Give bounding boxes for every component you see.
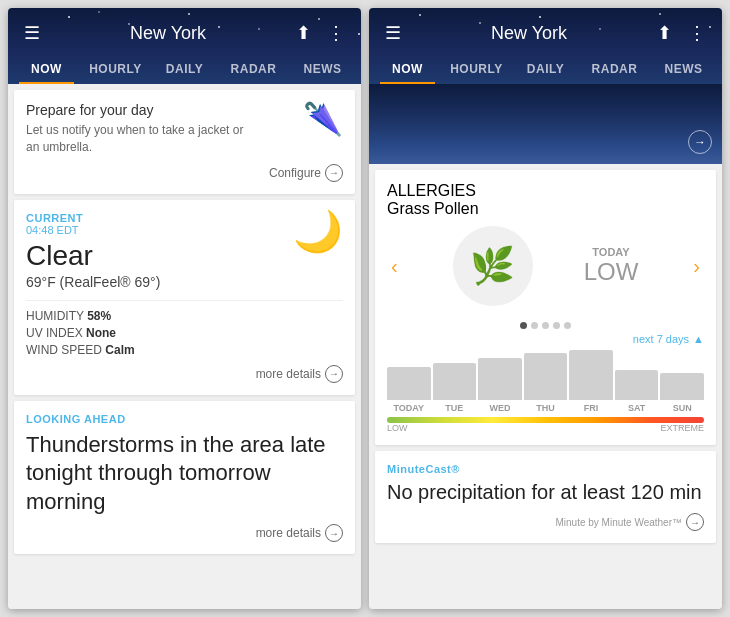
tab-daily-left[interactable]: DAILY — [150, 54, 219, 84]
chart-day-label: TODAY — [394, 403, 425, 413]
current-more-details[interactable]: more details → — [26, 365, 343, 383]
share-icon[interactable]: ⬆ — [292, 18, 315, 48]
chart-day-label: SUN — [673, 403, 692, 413]
chart-bar-item: FRI — [569, 350, 613, 413]
wind-row: WIND SPEED Calm — [26, 343, 343, 357]
right-header-top: ☰ New York ⬆ ⋮ — [369, 8, 722, 54]
right-banner: → — [369, 84, 722, 164]
left-header-top: ☰ New York ⬆ ⋮ — [8, 8, 361, 54]
severity-labels: LOW EXTREME — [387, 423, 704, 433]
looking-more-label: more details — [256, 526, 321, 540]
chart-bar — [433, 363, 477, 400]
minutecast-label: MinuteCast® — [387, 463, 704, 475]
looking-more-details[interactable]: more details → — [26, 524, 343, 542]
minutecast-card: MinuteCast® No precipitation for at leas… — [375, 451, 716, 543]
looking-label: LOOKING AHEAD — [26, 413, 343, 425]
looking-text: Thunderstorms in the area late tonight t… — [26, 431, 343, 517]
minutecast-footer-text: Minute by Minute Weather™ — [555, 517, 682, 528]
right-header: ☰ New York ⬆ ⋮ NOW HOURLY DAILY RADAR NE… — [369, 8, 722, 84]
dot-2 — [531, 322, 538, 329]
current-time: 04:48 EDT — [26, 224, 160, 236]
tab-radar-right[interactable]: RADAR — [580, 54, 649, 84]
tab-now-right[interactable]: NOW — [373, 54, 442, 84]
next7-toggle[interactable]: next 7 days ▲ — [387, 333, 704, 345]
prepare-card: Prepare for your day Let us notify you w… — [14, 90, 355, 194]
tab-now-left[interactable]: NOW — [12, 54, 81, 84]
tab-daily-right[interactable]: DAILY — [511, 54, 580, 84]
right-menu-icon[interactable]: ☰ — [381, 18, 405, 48]
looking-ahead-card: LOOKING AHEAD Thunderstorms in the area … — [14, 401, 355, 555]
allergy-next-icon[interactable]: › — [689, 251, 704, 282]
chart-bar-item: WED — [478, 358, 522, 413]
uv-label: UV INDEX — [26, 326, 83, 340]
allergy-today-section: TODAY LOW — [584, 246, 639, 286]
dot-4 — [553, 322, 560, 329]
minutecast-footer[interactable]: Minute by Minute Weather™ → — [387, 513, 704, 531]
allergy-title: Grass Pollen — [387, 200, 704, 218]
current-label: CURRENT — [26, 212, 160, 224]
next7-label: next 7 days — [633, 333, 689, 345]
more-icon[interactable]: ⋮ — [323, 18, 349, 48]
dot-3 — [542, 322, 549, 329]
allergy-chart: TODAYTUEWEDTHUFRISATSUN LOW EXTREME — [387, 353, 704, 433]
severity-extreme-label: EXTREME — [660, 423, 704, 433]
chart-bar-item: SAT — [615, 370, 659, 413]
humidity-row: HUMIDITY 58% — [26, 309, 343, 323]
right-content: ALLERGIES Grass Pollen ‹ 🌿 TODAY LOW › n — [369, 164, 722, 609]
dot-1 — [520, 322, 527, 329]
tab-news-left[interactable]: NEWS — [288, 54, 357, 84]
banner-next-arrow-icon[interactable]: → — [688, 130, 712, 154]
right-more-icon[interactable]: ⋮ — [684, 18, 710, 48]
wind-value: Calm — [105, 343, 134, 357]
left-nav-tabs: NOW HOURLY DAILY RADAR NEWS — [8, 54, 361, 84]
left-panel: ☰ New York ⬆ ⋮ NOW HOURLY DAILY RADAR NE… — [8, 8, 361, 609]
prepare-text-area: Prepare for your day Let us notify you w… — [26, 102, 246, 156]
umbrella-jacket-icon: 🌂 — [303, 100, 343, 138]
chart-bar-item: TODAY — [387, 367, 431, 413]
configure-link[interactable]: Configure → — [26, 164, 343, 182]
allergy-prev-icon[interactable]: ‹ — [387, 251, 402, 282]
prepare-description: Let us notify you when to take a jacket … — [26, 122, 246, 156]
right-city-title: New York — [405, 23, 653, 44]
allergy-today-label: TODAY — [584, 246, 639, 258]
current-temp: 69°F (RealFeel® 69°) — [26, 274, 160, 290]
allergies-card: ALLERGIES Grass Pollen ‹ 🌿 TODAY LOW › n — [375, 170, 716, 445]
menu-icon[interactable]: ☰ — [20, 18, 44, 48]
tab-radar-left[interactable]: RADAR — [219, 54, 288, 84]
current-more-label: more details — [256, 367, 321, 381]
chart-bar — [478, 358, 522, 400]
right-share-icon[interactable]: ⬆ — [653, 18, 676, 48]
uv-value: None — [86, 326, 116, 340]
current-weather-card: CURRENT 04:48 EDT Clear 69°F (RealFeel® … — [14, 200, 355, 395]
right-nav-tabs: NOW HOURLY DAILY RADAR NEWS — [369, 54, 722, 84]
minutecast-arrow-icon: → — [686, 513, 704, 531]
current-details: HUMIDITY 58% UV INDEX None WIND SPEED Ca… — [26, 300, 343, 357]
tab-hourly-left[interactable]: HOURLY — [81, 54, 150, 84]
chart-day-label: WED — [489, 403, 510, 413]
uv-row: UV INDEX None — [26, 326, 343, 340]
left-header: ☰ New York ⬆ ⋮ NOW HOURLY DAILY RADAR NE… — [8, 8, 361, 84]
chart-day-label: THU — [536, 403, 555, 413]
moon-icon: 🌙 — [293, 208, 343, 255]
chart-bar-item: THU — [524, 353, 568, 413]
tab-hourly-right[interactable]: HOURLY — [442, 54, 511, 84]
allergy-label: ALLERGIES — [387, 182, 704, 200]
chart-bar — [387, 367, 431, 400]
allergy-level: LOW — [584, 258, 639, 286]
wind-label: WIND SPEED — [26, 343, 102, 357]
tab-news-right[interactable]: NEWS — [649, 54, 718, 84]
right-panel: ☰ New York ⬆ ⋮ NOW HOURLY DAILY RADAR NE… — [369, 8, 722, 609]
chart-day-label: FRI — [584, 403, 599, 413]
chart-bar — [569, 350, 613, 400]
left-city-title: New York — [44, 23, 292, 44]
left-content: Prepare for your day Let us notify you w… — [8, 84, 361, 609]
chart-bar-item: SUN — [660, 373, 704, 413]
looking-more-arrow-icon: → — [325, 524, 343, 542]
prepare-title: Prepare for your day — [26, 102, 246, 118]
chart-bars-container: TODAYTUEWEDTHUFRISATSUN — [387, 353, 704, 413]
dot-5 — [564, 322, 571, 329]
chart-day-label: SAT — [628, 403, 645, 413]
chart-bar — [524, 353, 568, 400]
current-condition: Clear — [26, 240, 160, 272]
current-info: CURRENT 04:48 EDT Clear 69°F (RealFeel® … — [26, 212, 160, 290]
